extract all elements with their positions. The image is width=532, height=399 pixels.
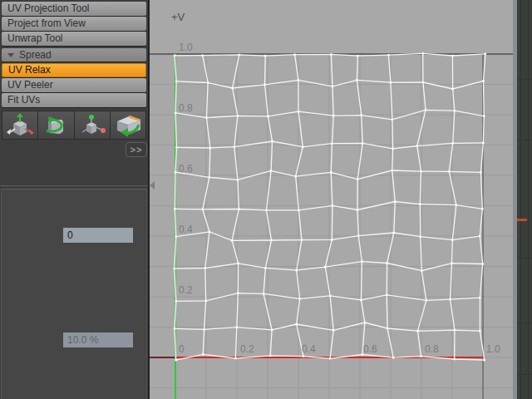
uv-grid-and-mesh: [150, 0, 513, 399]
spread-section-header[interactable]: Spread: [2, 48, 146, 62]
iterations-field[interactable]: [63, 228, 133, 243]
fit-uvs-button[interactable]: Fit UVs: [2, 93, 146, 107]
unwrap-uvs-button[interactable]: [111, 111, 145, 139]
project-from-view-button[interactable]: Project from View: [2, 17, 146, 31]
u-tick-label: 1.0: [486, 343, 500, 355]
u-tick-label: 0.4: [302, 343, 316, 355]
u-tick-label: 0: [179, 343, 185, 355]
uv-projection-tool-button[interactable]: UV Projection Tool: [2, 2, 146, 16]
3d-wireframe-line: [520, 0, 521, 399]
3d-wireframe-line: [517, 140, 532, 140]
chevron-down-icon: [7, 53, 14, 57]
3d-wireframe-line: [517, 374, 532, 375]
tool-properties-panel: [1, 189, 147, 399]
u-tick-label: 0.2: [240, 343, 254, 355]
v-tick-label: 0.8: [179, 102, 193, 114]
spread-section-label: Spread: [19, 49, 52, 61]
3d-wireframe-line: [528, 0, 529, 399]
u-tick-label: 0.8: [425, 343, 439, 355]
uv-viewport[interactable]: +V 1.00.80.60.40.200.20.40.60.81.0: [150, 0, 513, 399]
expand-more-button[interactable]: >>: [126, 142, 147, 157]
v-tick-label: 0.6: [179, 163, 193, 175]
3d-wireframe-line: [517, 258, 532, 259]
tool-panel: UV Projection Tool Project from View Unw…: [0, 0, 148, 399]
uv-relax-button[interactable]: UV Relax: [2, 63, 146, 77]
panel-resize-grip-icon[interactable]: [150, 181, 155, 190]
v-tick-label: 0.4: [179, 224, 193, 235]
v-tick-label: 0.2: [179, 284, 193, 296]
v-tick-label: 1.0: [179, 42, 193, 53]
scale-tool-icon: [76, 113, 109, 138]
scale-tool-button[interactable]: [75, 111, 110, 139]
panel-divider[interactable]: [0, 185, 148, 186]
v-axis-name-label: +V: [171, 12, 185, 23]
unwrap-tool-button[interactable]: Unwrap Tool: [2, 32, 146, 46]
rotate-tool-icon: [39, 113, 72, 138]
3d-wireframe-line: [517, 79, 532, 80]
move-tool-icon: [3, 113, 37, 138]
unwrap-uvs-icon: [111, 113, 145, 138]
3d-viewport-edge[interactable]: [517, 0, 532, 399]
percent-field[interactable]: [63, 332, 133, 347]
move-tool-button[interactable]: [2, 111, 37, 139]
rotate-tool-button[interactable]: [38, 111, 73, 139]
3d-wireframe-line: [517, 323, 532, 323]
uv-peeler-button[interactable]: UV Peeler: [2, 78, 146, 92]
u-tick-label: 0.6: [363, 343, 377, 355]
3d-red-axis-line: [517, 219, 527, 221]
transform-icon-row: [2, 111, 146, 140]
